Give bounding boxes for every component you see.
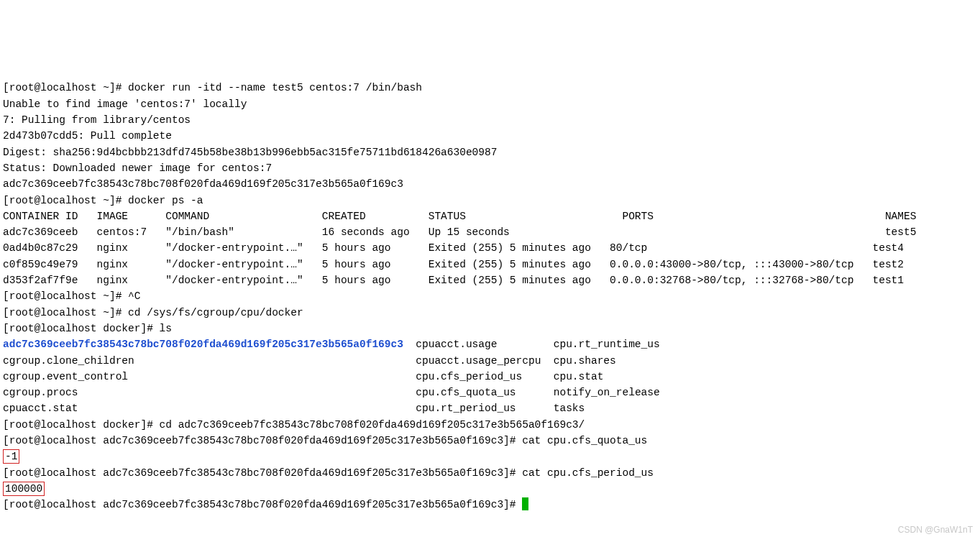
output-line: [root@localhost adc7c369ceeb7fc38543c78b… — [3, 467, 654, 479]
output-line: [root@localhost ~]# docker ps -a — [3, 195, 203, 206]
ls-file: tasks — [554, 403, 585, 414]
ls-file: cpu.stat — [554, 371, 604, 382]
watermark: CSDN @GnaW1nT — [898, 522, 973, 538]
highlighted-value-period: 100000 — [3, 482, 45, 496]
prompt-line: [root@localhost adc7c369ceeb7fc38543c78b… — [3, 499, 522, 510]
output-line: [root@localhost ~]# cd /sys/fs/cgroup/cp… — [3, 307, 303, 318]
ls-file: cpuacct.usage_percpu — [416, 355, 541, 367]
ls-directory: adc7c369ceeb7fc38543c78bc708f020fda469d1… — [3, 339, 403, 350]
output-line: [root@localhost ~]# docker run -itd --na… — [3, 82, 422, 93]
ps-row: 0ad4b0c87c29 nginx "/docker-entrypoint.…… — [3, 242, 904, 254]
output-line: [root@localhost ~]# ^C — [3, 290, 140, 302]
output-line: adc7c369ceeb7fc38543c78bc708f020fda469d1… — [3, 178, 403, 190]
terminal-output[interactable]: [root@localhost ~]# docker run -itd --na… — [0, 64, 980, 513]
ls-file: notify_on_release — [554, 387, 660, 398]
ls-file: cgroup.clone_children — [3, 355, 134, 367]
output-line: 2d473b07cdd5: Pull complete — [3, 130, 172, 142]
ls-file: cgroup.event_control — [3, 371, 128, 382]
ls-file: cgroup.procs — [3, 387, 78, 398]
ls-file: cpu.rt_period_us — [416, 403, 516, 414]
output-line: Digest: sha256:9d4bcbbb213dfd745b58be38b… — [3, 147, 497, 158]
ps-row: c0f859c49e79 nginx "/docker-entrypoint.…… — [3, 259, 904, 270]
cursor-icon — [522, 497, 528, 510]
ps-header: CONTAINER ID IMAGE COMMAND CREATED STATU… — [3, 211, 916, 222]
output-line: [root@localhost docker]# ls — [3, 323, 172, 334]
output-line: Status: Downloaded newer image for cento… — [3, 162, 272, 174]
ls-file: cpu.cfs_period_us — [416, 371, 522, 382]
ls-file: cpu.shares — [554, 355, 616, 367]
ps-row: adc7c369ceeb centos:7 "/bin/bash" 16 sec… — [3, 226, 916, 238]
output-line: [root@localhost docker]# cd adc7c369ceeb… — [3, 419, 585, 431]
ls-file: cpu.cfs_quota_us — [416, 387, 516, 398]
ls-file: cpuacct.usage — [416, 339, 497, 350]
ps-row: d353f2af7f9e nginx "/docker-entrypoint.…… — [3, 275, 904, 286]
output-line: Unable to find image 'centos:7' locally — [3, 98, 247, 110]
highlighted-value-quota: -1 — [3, 449, 19, 464]
ls-file: cpuacct.stat — [3, 403, 78, 414]
output-line: 7: Pulling from library/centos — [3, 114, 191, 126]
ls-file: cpu.rt_runtime_us — [554, 339, 660, 350]
output-line: [root@localhost adc7c369ceeb7fc38543c78b… — [3, 435, 647, 446]
